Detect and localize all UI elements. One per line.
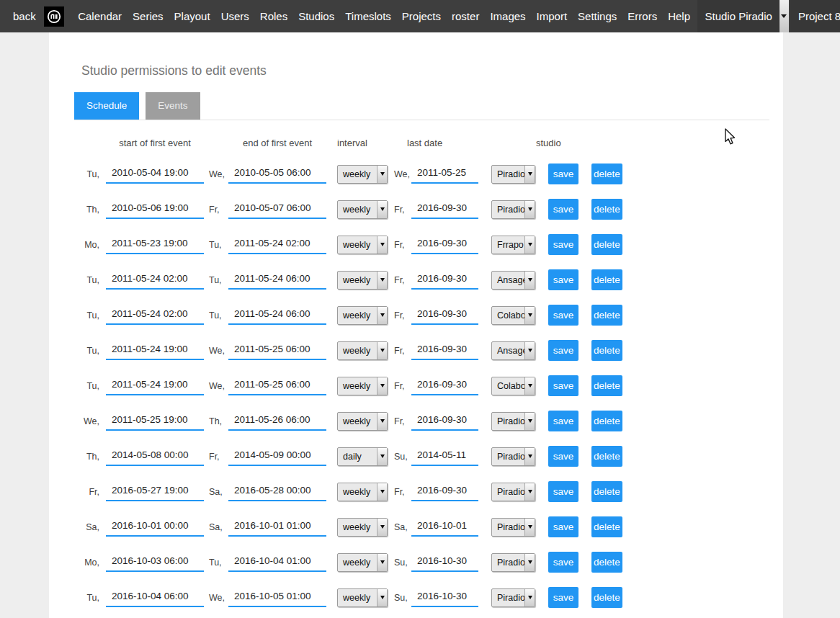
save-button[interactable]: save (548, 340, 578, 361)
last-date-input[interactable] (411, 236, 478, 254)
dropdown-arrow-icon[interactable] (377, 377, 387, 395)
end-datetime-input[interactable] (228, 341, 326, 360)
back-link[interactable]: back (13, 10, 36, 22)
end-datetime-input[interactable] (228, 236, 326, 254)
save-button[interactable]: save (548, 269, 578, 290)
end-datetime-input[interactable] (228, 412, 326, 431)
dropdown-arrow-icon[interactable] (377, 236, 387, 254)
save-button[interactable]: save (548, 305, 578, 326)
start-datetime-input[interactable] (106, 377, 204, 395)
studio-select[interactable]: Piradio (491, 165, 535, 184)
last-date-input[interactable] (411, 412, 478, 431)
interval-select[interactable]: weekly (337, 518, 388, 537)
delete-button[interactable]: delete (591, 234, 622, 255)
studio-select[interactable]: Piradio (491, 553, 535, 572)
last-date-input[interactable] (411, 588, 478, 607)
save-button[interactable]: save (548, 516, 578, 537)
delete-button[interactable]: delete (591, 375, 622, 396)
start-datetime-input[interactable] (106, 236, 204, 254)
nav-item-images[interactable]: Images (490, 10, 525, 22)
end-datetime-input[interactable] (228, 306, 326, 325)
save-button[interactable]: save (548, 234, 578, 255)
last-date-input[interactable] (411, 483, 478, 501)
dropdown-arrow-icon[interactable] (524, 448, 535, 465)
end-datetime-input[interactable] (228, 518, 326, 537)
tab-events[interactable]: Events (146, 92, 200, 120)
dropdown-arrow-icon[interactable] (377, 413, 387, 430)
delete-button[interactable]: delete (591, 199, 622, 220)
interval-select[interactable]: weekly (337, 236, 388, 254)
nav-item-timeslots[interactable]: Timeslots (345, 10, 391, 22)
nav-item-errors[interactable]: Errors (627, 10, 657, 22)
end-datetime-input[interactable] (228, 165, 326, 184)
nav-item-series[interactable]: Series (133, 10, 164, 22)
save-button[interactable]: save (548, 481, 578, 502)
last-date-input[interactable] (411, 200, 478, 219)
dropdown-arrow-icon[interactable] (524, 589, 535, 606)
interval-select[interactable]: weekly (337, 377, 388, 395)
last-date-input[interactable] (411, 518, 478, 537)
dropdown-arrow-icon[interactable] (377, 166, 387, 183)
dropdown-arrow-icon[interactable] (524, 307, 535, 324)
tab-schedule[interactable]: Schedule (74, 92, 139, 120)
dropdown-arrow-icon[interactable] (524, 166, 535, 183)
start-datetime-input[interactable] (106, 588, 204, 607)
nav-item-roles[interactable]: Roles (260, 10, 287, 22)
save-button[interactable]: save (548, 446, 578, 467)
interval-select[interactable]: weekly (337, 306, 388, 325)
dropdown-arrow-icon[interactable] (377, 272, 387, 289)
start-datetime-input[interactable] (106, 271, 204, 290)
dropdown-arrow-icon[interactable] (524, 201, 535, 218)
nav-item-roster[interactable]: roster (452, 10, 479, 22)
nav-item-playout[interactable]: Playout (174, 10, 210, 22)
nav-item-import[interactable]: Import (537, 10, 568, 22)
save-button[interactable]: save (548, 199, 578, 220)
delete-button[interactable]: delete (591, 552, 622, 573)
dropdown-arrow-icon[interactable] (377, 554, 387, 571)
delete-button[interactable]: delete (591, 446, 622, 467)
last-date-input[interactable] (411, 306, 478, 325)
studio-select[interactable]: Ansage (491, 271, 535, 290)
interval-select[interactable]: weekly (337, 483, 388, 501)
end-datetime-input[interactable] (228, 271, 326, 290)
delete-button[interactable]: delete (591, 411, 622, 431)
end-datetime-input[interactable] (228, 588, 326, 607)
start-datetime-input[interactable] (106, 341, 204, 360)
dropdown-arrow-icon[interactable] (377, 342, 387, 359)
start-datetime-input[interactable] (106, 483, 204, 501)
dropdown-arrow-icon[interactable] (377, 307, 387, 324)
interval-select[interactable]: weekly (337, 588, 388, 607)
studio-select[interactable]: Frrapo (491, 236, 535, 254)
delete-button[interactable]: delete (591, 305, 622, 326)
last-date-input[interactable] (411, 553, 478, 572)
end-datetime-input[interactable] (228, 200, 326, 219)
dropdown-arrow-icon[interactable] (524, 554, 535, 571)
start-datetime-input[interactable] (106, 518, 204, 537)
save-button[interactable]: save (548, 552, 578, 573)
start-datetime-input[interactable] (106, 447, 204, 466)
interval-select[interactable]: weekly (337, 412, 388, 431)
save-button[interactable]: save (548, 375, 578, 396)
studio-dropdown[interactable]: Studio Piradio (697, 0, 789, 32)
dropdown-arrow-icon[interactable] (524, 272, 535, 289)
project-dropdown[interactable]: Project 88vier (790, 0, 840, 32)
last-date-input[interactable] (411, 341, 478, 360)
delete-button[interactable]: delete (591, 340, 622, 361)
start-datetime-input[interactable] (106, 200, 204, 219)
nav-item-projects[interactable]: Projects (402, 10, 441, 22)
studio-select[interactable]: Piradio (491, 588, 535, 607)
dropdown-arrow-icon[interactable] (377, 448, 387, 465)
save-button[interactable]: save (548, 411, 578, 431)
studio-select[interactable]: Colabo (491, 306, 535, 325)
start-datetime-input[interactable] (106, 412, 204, 431)
studio-select[interactable]: Piradio (491, 447, 535, 466)
nav-item-help[interactable]: Help (668, 10, 690, 22)
studio-select[interactable]: Piradio (491, 518, 535, 537)
dropdown-arrow-icon[interactable] (377, 589, 387, 606)
dropdown-arrow-icon[interactable] (524, 483, 535, 501)
studio-select[interactable]: Piradio (491, 200, 535, 219)
last-date-input[interactable] (411, 377, 478, 395)
dropdown-arrow-icon[interactable] (524, 519, 535, 536)
delete-button[interactable]: delete (591, 516, 622, 537)
interval-select[interactable]: weekly (337, 341, 388, 360)
